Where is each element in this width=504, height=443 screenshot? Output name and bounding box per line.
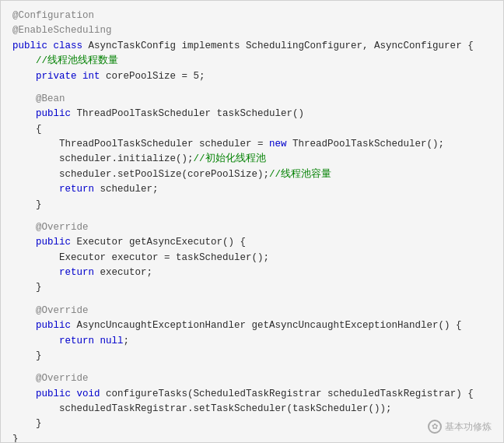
code-line: @Configuration (12, 9, 492, 23)
code-line: scheduler.setPoolSize(corePoolSize);//线程… (12, 167, 492, 182)
code-line: @EnableScheduling (12, 23, 492, 38)
code-line: return executor; (12, 265, 492, 280)
watermark-text: 基本功修炼 (445, 420, 492, 434)
code-line: @Bean (12, 92, 492, 107)
code-line: //线程池线程数量 (12, 54, 492, 69)
code-line: @Override (12, 220, 492, 235)
watermark-icon: ✿ (428, 420, 442, 434)
code-line: Executor executor = taskScheduler(); (12, 251, 492, 265)
code-line (12, 296, 492, 304)
code-line: public ThreadPoolTaskScheduler taskSched… (12, 107, 492, 121)
code-line: public Executor getAsyncExecutor() { (12, 235, 492, 250)
watermark: ✿ 基本功修炼 (428, 420, 492, 434)
code-line: } (12, 198, 492, 213)
code-line (12, 364, 492, 371)
code-line (12, 213, 492, 220)
code-line: ThreadPoolTaskScheduler scheduler = new … (12, 137, 492, 152)
code-line: return null; (12, 334, 492, 349)
code-content: @Configuration@EnableSchedulingpublic cl… (12, 9, 492, 443)
code-line: public class AsyncTaskConfig implements … (12, 39, 492, 54)
code-line: public void configureTasks(ScheduledTask… (12, 387, 492, 402)
code-line: } (12, 417, 492, 431)
code-line: } (12, 280, 492, 295)
code-line: private int corePoolSize = 5; (12, 69, 492, 84)
code-line: @Override (12, 371, 492, 386)
code-line: } (12, 349, 492, 364)
code-line: @Override (12, 304, 492, 318)
code-line (12, 84, 492, 92)
code-line: { (12, 122, 492, 137)
code-block: @Configuration@EnableSchedulingpublic cl… (0, 0, 504, 443)
code-line: } (12, 432, 492, 443)
code-line: scheduler.initialize();//初始化线程池 (12, 152, 492, 167)
code-line: scheduledTaskRegistrar.setTaskScheduler(… (12, 402, 492, 417)
code-line: public AsyncUncaughtExceptionHandler get… (12, 318, 492, 333)
code-line: return scheduler; (12, 182, 492, 197)
